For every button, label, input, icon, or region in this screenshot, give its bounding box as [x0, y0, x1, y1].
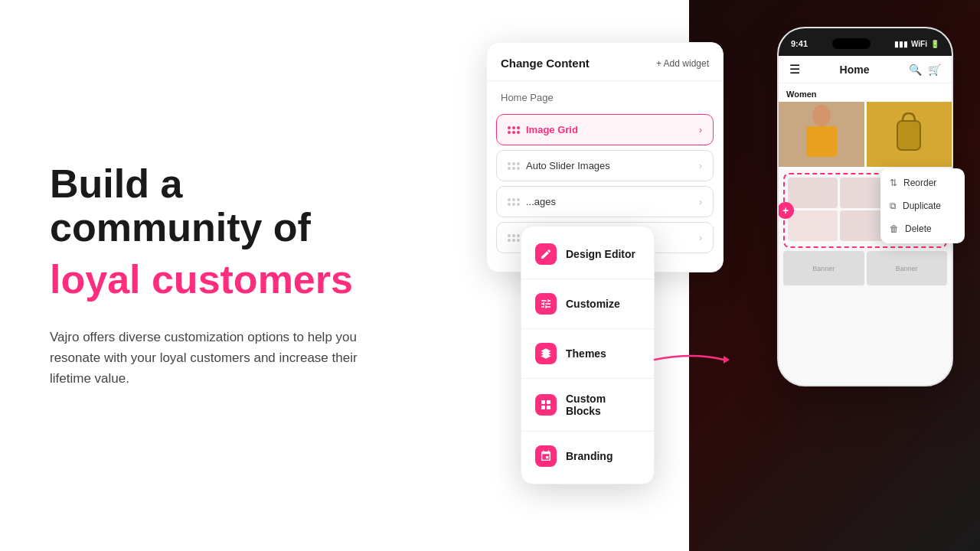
status-icons: ▮▮▮ WiFi 🔋 — [894, 40, 939, 48]
woman-image — [779, 102, 864, 167]
add-widget-button[interactable]: + Add widget — [656, 58, 709, 69]
phone-nav-title: Home — [840, 64, 870, 76]
headline: Build a community of — [50, 162, 398, 249]
menu-item-custom-blocks[interactable]: Custom Blocks — [521, 382, 654, 428]
cms-section-label: Home Page — [487, 81, 723, 109]
arrow-indicator — [647, 348, 739, 371]
pen-icon — [535, 243, 557, 265]
menu-item-label: Branding — [566, 450, 612, 462]
delete-label: Delete — [905, 223, 932, 234]
menu-item-themes[interactable]: Themes — [521, 332, 654, 375]
search-icon: 🔍 — [909, 64, 922, 76]
grid-cell — [788, 178, 838, 208]
headline-pink: loyal customers — [50, 256, 398, 303]
menu-item-label: Customize — [566, 298, 620, 310]
separator — [521, 328, 654, 329]
separator — [521, 431, 654, 432]
menu-item-design-editor[interactable]: Design Editor — [521, 233, 654, 276]
phone-section-label: Women — [779, 83, 952, 102]
svg-marker-0 — [724, 356, 730, 364]
banner-cell-2: Banner — [867, 251, 948, 285]
description: Vajro offers diverse customization optio… — [50, 327, 398, 390]
drag-icon — [508, 234, 520, 242]
cms-item-auto-slider[interactable]: Auto Slider Images › — [496, 150, 714, 181]
cms-item-3[interactable]: ...ages › — [496, 186, 714, 217]
layers-icon — [535, 343, 557, 364]
reorder-label: Reorder — [903, 178, 936, 188]
separator — [521, 378, 654, 379]
cms-item-label: ...ages — [526, 196, 556, 207]
grid-cell-empty — [788, 210, 838, 241]
phone-banner-row: Banner Banner — [779, 251, 952, 285]
svg-rect-5 — [897, 121, 920, 150]
svg-point-2 — [812, 105, 831, 126]
menu-item-customize[interactable]: Customize — [521, 282, 654, 325]
menu-item-label: Design Editor — [566, 248, 635, 260]
context-menu-delete[interactable]: 🗑 Delete — [880, 217, 965, 240]
drag-icon — [508, 126, 520, 134]
cms-item-image-grid[interactable]: Image Grid › — [496, 114, 714, 145]
cms-header: Change Content + Add widget — [487, 57, 723, 81]
sliders-icon — [535, 293, 557, 315]
svg-rect-3 — [806, 126, 837, 157]
menu-item-label: Themes — [566, 347, 606, 360]
cart-icon: 🛒 — [928, 64, 941, 76]
phone-status-bar: 9:41 ▮▮▮ WiFi 🔋 — [779, 28, 952, 56]
delete-icon: 🗑 — [890, 223, 899, 234]
banner-cell-1: Banner — [783, 251, 864, 285]
signal-icon: ▮▮▮ — [894, 40, 908, 48]
chevron-right-icon: › — [699, 233, 702, 243]
phone-time: 9:41 — [791, 39, 808, 48]
badge-icon — [535, 445, 557, 467]
drag-icon — [508, 162, 520, 170]
wifi-icon: WiFi — [911, 40, 927, 48]
chevron-right-icon: › — [699, 125, 702, 135]
duplicate-icon: ⧉ — [890, 201, 897, 211]
battery-icon: 🔋 — [930, 40, 939, 48]
context-menu-reorder[interactable]: ⇅ Reorder — [880, 171, 965, 194]
menu-icon: ☰ — [789, 62, 800, 77]
context-menu: ⇅ Reorder ⧉ Duplicate 🗑 Delete — [880, 168, 965, 243]
grid-dots — [541, 400, 550, 409]
context-menu-duplicate[interactable]: ⧉ Duplicate — [880, 194, 965, 217]
duplicate-label: Duplicate — [903, 201, 941, 211]
cms-item-label: Image Grid — [526, 124, 578, 135]
chevron-right-icon: › — [699, 197, 702, 207]
drag-icon — [508, 198, 520, 206]
grid-icon — [535, 394, 557, 416]
notch-inner — [832, 38, 871, 49]
reorder-icon: ⇅ — [890, 178, 897, 188]
menu-item-branding[interactable]: Branding — [521, 435, 654, 478]
left-section: Build a community of loyal customers Vaj… — [0, 0, 444, 551]
cms-item-label: Auto Slider Images — [526, 160, 610, 171]
right-section: Change Content + Add widget Home Page Im… — [444, 0, 980, 551]
menu-popup: Design Editor Customize Themes — [521, 226, 655, 484]
bag-image — [867, 102, 952, 167]
cms-title: Change Content — [501, 57, 590, 70]
menu-item-label: Custom Blocks — [566, 393, 640, 417]
phone-nav: ☰ Home 🔍 🛒 — [779, 56, 952, 83]
women-images — [779, 102, 952, 170]
phone-nav-icons: 🔍 🛒 — [909, 64, 941, 76]
separator — [521, 279, 654, 279]
phone-notch — [825, 36, 878, 51]
chevron-right-icon: › — [699, 161, 702, 171]
